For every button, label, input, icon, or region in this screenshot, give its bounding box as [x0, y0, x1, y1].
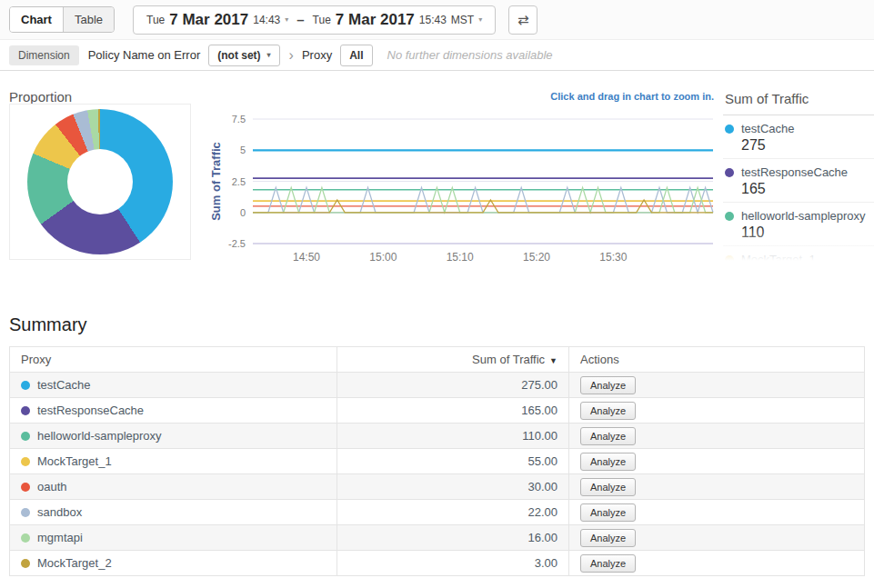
x-tick-label: 14:50 [293, 251, 320, 264]
y-tick-label: 7.5 [232, 114, 246, 125]
proxy-name: oauth [37, 480, 67, 493]
analyze-button[interactable]: Analyze [580, 529, 636, 547]
proxy-name: MockTarget_1 [37, 454, 112, 468]
proxy-name: sandbox [37, 505, 82, 519]
summary-table: Proxy Sum of Traffic▼ Actions testCache2… [9, 346, 865, 576]
dimension-bar: Dimension Policy Name on Error (not set)… [0, 40, 874, 71]
refresh-button[interactable]: ⇄ [508, 5, 537, 35]
start-day: Tue [146, 14, 165, 26]
y-tick-label: -2.5 [228, 238, 246, 249]
traffic-value: 165.00 [337, 398, 569, 424]
traffic-value: 3.00 [337, 551, 569, 576]
proxy-name: testCache [37, 378, 91, 392]
x-tick-label: 15:10 [447, 251, 474, 264]
series-color-dot [21, 457, 30, 466]
analyze-button[interactable]: Analyze [580, 427, 636, 445]
chart-legend: Sum of Traffic testCache275testResponseC… [723, 89, 874, 266]
traffic-line-chart[interactable]: 7.552.50-2.514:5015:0015:1015:2015:30Sum… [207, 98, 718, 271]
analyze-button[interactable]: Analyze [580, 478, 636, 496]
column-header-traffic[interactable]: Sum of Traffic▼ [337, 347, 569, 373]
date-range-separator: – [293, 12, 307, 27]
y-tick-label: 5 [240, 145, 246, 155]
analyze-button[interactable]: Analyze [580, 376, 636, 394]
refresh-icon: ⇄ [517, 12, 529, 27]
analyze-button[interactable]: Analyze [580, 402, 636, 420]
traffic-value: 16.00 [337, 525, 569, 551]
timezone-label: MST [451, 14, 474, 26]
series-color-dot [725, 212, 734, 221]
legend-item-value: 275 [741, 137, 874, 154]
start-date: 7 Mar 2017 [169, 11, 248, 29]
table-row: MockTarget_23.00Analyze [10, 551, 865, 576]
series-color-dot [21, 533, 30, 543]
proxy-name: testResponseCache [37, 404, 144, 417]
date-range-picker[interactable]: Tue 7 Mar 2017 14:43 ▾ – Tue 7 Mar 2017 … [133, 5, 496, 35]
legend-item-name: MockTarget_1 [741, 253, 816, 266]
policy-value-dropdown[interactable]: (not set) ▾ [208, 45, 279, 66]
analyze-button[interactable]: Analyze [580, 453, 636, 471]
y-tick-label: 0 [240, 207, 246, 218]
analyze-button[interactable]: Analyze [580, 554, 636, 573]
end-time: 15:43 [419, 14, 447, 26]
summary-section: Summary Proxy Sum of Traffic▼ Actions te… [0, 309, 874, 576]
legend-title: Sum of Traffic [723, 89, 874, 115]
legend-item[interactable]: helloworld-sampleproxy110 [723, 203, 874, 246]
chevron-down-icon: ▾ [478, 15, 482, 24]
series-color-dot [21, 406, 30, 415]
table-view-button[interactable]: Table [63, 7, 114, 32]
proportion-donut[interactable] [27, 109, 173, 254]
summary-title: Summary [9, 314, 874, 335]
y-tick-label: 2.5 [232, 176, 246, 187]
series-color-dot [725, 125, 734, 134]
proxy-name: MockTarget_2 [37, 556, 112, 570]
dimension-chip: Dimension [9, 45, 79, 65]
legend-items: testCache275testResponseCache165hellowor… [723, 115, 874, 266]
analyze-button[interactable]: Analyze [580, 503, 636, 522]
top-toolbar: Chart Table Tue 7 Mar 2017 14:43 ▾ – Tue… [0, 0, 874, 40]
series-color-dot [21, 559, 30, 568]
traffic-value: 22.00 [337, 500, 569, 525]
traffic-value: 110.00 [337, 424, 569, 449]
chevron-right-icon: › [289, 47, 294, 64]
policy-value: (not set) [217, 49, 260, 62]
series-color-dot [21, 508, 30, 517]
legend-item[interactable]: testCache275 [723, 115, 874, 159]
analytics-panel: Proportion Click and drag in chart to zo… [0, 71, 874, 309]
legend-item[interactable]: MockTarget_155 [723, 246, 874, 266]
summary-table-body: testCache275.00AnalyzetestResponseCache1… [10, 373, 865, 576]
legend-item-value: 165 [741, 181, 874, 197]
legend-item-name: testCache [741, 122, 795, 135]
y-axis-title: Sum of Traffic [209, 142, 223, 221]
policy-dimension-label: Policy Name on Error [88, 48, 201, 62]
chevron-down-icon: ▾ [285, 15, 288, 24]
analytics-app: Chart Table Tue 7 Mar 2017 14:43 ▾ – Tue… [0, 0, 874, 71]
proxy-name: helloworld-sampleproxy [37, 429, 162, 443]
traffic-value: 55.00 [337, 449, 569, 474]
no-dimensions-note: No further dimensions available [387, 48, 553, 62]
series-color-dot [725, 168, 734, 177]
legend-item-name: testResponseCache [741, 165, 848, 179]
x-tick-label: 15:00 [369, 251, 397, 264]
table-row: testCache275.00Analyze [10, 373, 865, 398]
table-header-row: Proxy Sum of Traffic▼ Actions [10, 347, 865, 373]
legend-item-value: 110 [741, 224, 874, 241]
chart-view-button[interactable]: Chart [10, 7, 63, 32]
table-row: sandbox22.00Analyze [10, 500, 865, 525]
series-color-dot [21, 483, 30, 492]
start-time: 14:43 [253, 14, 280, 26]
column-header-traffic-label: Sum of Traffic [472, 353, 545, 366]
sort-desc-icon: ▼ [549, 356, 558, 365]
chevron-down-icon: ▾ [267, 51, 271, 59]
legend-item[interactable]: testResponseCache165 [723, 159, 874, 203]
proxy-value-button[interactable]: All [340, 45, 372, 66]
table-row: testResponseCache165.00Analyze [10, 398, 865, 424]
end-day: Tue [313, 14, 331, 26]
proxy-name: mgmtapi [37, 531, 83, 544]
traffic-value: 275.00 [337, 373, 569, 398]
table-row: MockTarget_155.00Analyze [10, 449, 865, 474]
proportion-chart [9, 104, 191, 260]
x-tick-label: 15:20 [523, 251, 550, 264]
series-color-dot [21, 381, 30, 390]
table-row: mgmtapi16.00Analyze [10, 525, 865, 551]
column-header-actions: Actions [569, 347, 865, 373]
